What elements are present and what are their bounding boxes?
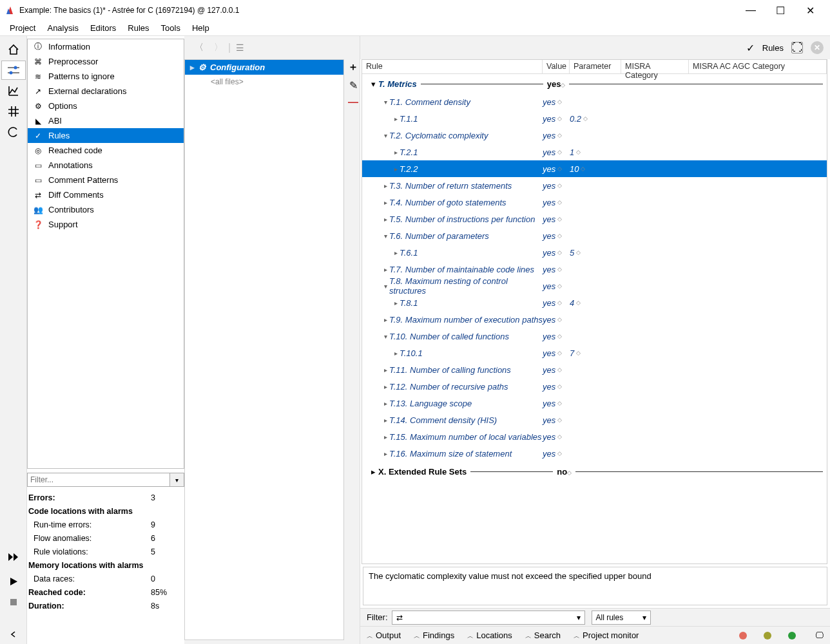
minimize-button[interactable]: ― — [736, 0, 766, 21]
col-misra-ac[interactable]: MISRA AC AGC Category — [689, 60, 827, 73]
back-icon[interactable]: 〈 — [189, 42, 209, 53]
stat-rte-label: Run-time errors: — [28, 520, 151, 529]
remove-icon[interactable]: ― — [348, 97, 358, 108]
nav-external-declarations[interactable]: ↗External declarations — [28, 84, 184, 99]
nav-comment-patterns[interactable]: ▭Comment Patterns — [28, 173, 184, 187]
rule-row[interactable]: ▸T.1.1yes◇0.2◇ — [362, 110, 827, 127]
rule-row[interactable]: ▸T.3. Number of return statementsyes◇ — [362, 177, 827, 194]
play-icon[interactable] — [1, 572, 26, 591]
nav-icon: ◎ — [33, 146, 43, 155]
stat-rc-label: Reached code: — [28, 588, 151, 597]
edit-icon[interactable]: ✎ — [349, 79, 358, 91]
menubar: ProjectAnalysisEditorsRulesToolsHelp — [0, 21, 830, 36]
nav-abi[interactable]: ◣ABI — [28, 113, 184, 128]
rule-detail: The cyclomatic complexity value must not… — [363, 567, 827, 605]
nav-contributors[interactable]: 👥Contributors — [28, 202, 184, 217]
rule-row[interactable]: ▸T.12. Number of recursive pathsyes◇ — [362, 378, 827, 395]
main-column: ✓ Rules ⛶ ✕ Rule Value Parameter MISRA C… — [360, 36, 830, 644]
fullscreen-icon[interactable]: ⛶ — [791, 42, 803, 53]
maximize-button[interactable]: ☐ — [766, 0, 795, 21]
rule-row[interactable]: ▾T.2. Cyclomatic complexityyes◇ — [362, 127, 827, 144]
svg-point-3 — [14, 66, 17, 70]
nav-preprocessor[interactable]: ⌘Preprocessor — [28, 54, 184, 69]
nav-icon: ❓ — [33, 220, 43, 229]
window-title: Example: The basics (1)* - Astrée for C … — [19, 6, 736, 15]
config-files[interactable]: <all files> — [185, 75, 343, 89]
config-header[interactable]: ▸ ⚙ Configuration — [185, 60, 343, 75]
svg-marker-6 — [8, 553, 13, 561]
rule-row[interactable]: ▸T.8.1yes◇4◇ — [362, 294, 827, 311]
monitor-icon[interactable]: 🖵 — [815, 630, 824, 640]
col-rule[interactable]: Rule — [362, 60, 543, 73]
nav-icon: ⚙ — [33, 102, 43, 111]
col-parameter[interactable]: Parameter — [570, 60, 621, 73]
panel-findings[interactable]: ︿Findings — [414, 630, 454, 641]
app-logo-icon — [5, 5, 15, 15]
menu-project[interactable]: Project — [4, 22, 41, 34]
chart-icon[interactable] — [1, 81, 26, 100]
nav-support[interactable]: ❓Support — [28, 217, 184, 232]
rule-row[interactable]: ▸T.2.1yes◇1◇ — [362, 144, 827, 160]
menu-rules[interactable]: Rules — [122, 22, 155, 34]
sliders-icon[interactable] — [1, 61, 26, 80]
add-icon[interactable]: ＋ — [348, 61, 358, 74]
rule-row[interactable]: ▸T.6.1yes◇5◇ — [362, 244, 827, 261]
menu-analysis[interactable]: Analysis — [41, 22, 84, 34]
nav-patterns-to-ignore[interactable]: ≋Patterns to ignore — [28, 69, 184, 84]
panel-output[interactable]: ︿Output — [367, 630, 401, 641]
rule-row[interactable]: ▸T.14. Comment density (HIS)yes◇ — [362, 412, 827, 428]
nav-reached-code[interactable]: ◎Reached code — [28, 143, 184, 158]
nav-filter-input[interactable] — [27, 473, 170, 487]
home-icon[interactable] — [1, 40, 26, 59]
rule-row[interactable]: ▸T.5. Number of instructions per functio… — [362, 211, 827, 227]
close-panel-button[interactable]: ✕ — [811, 41, 824, 54]
grid-icon[interactable] — [1, 102, 26, 121]
rule-row[interactable]: ▸T.2.2yes◇10◇ — [362, 160, 827, 177]
nav-rules[interactable]: ✓Rules — [28, 128, 184, 143]
rule-row[interactable]: ▾T.8. Maximum nesting of control structu… — [362, 278, 827, 294]
indent-icon[interactable]: ☰ — [231, 43, 249, 53]
nav-options[interactable]: ⚙Options — [28, 99, 184, 113]
config-sidetools: ＋ ✎ ― — [347, 59, 360, 644]
rule-row[interactable]: ▾T.10. Number of called functionsyes◇ — [362, 328, 827, 345]
menu-editors[interactable]: Editors — [84, 22, 122, 34]
rule-row[interactable]: ▸T.11. Number of calling functionsyes◇ — [362, 361, 827, 378]
rule-row[interactable]: ▸T.7. Number of maintainable code linesy… — [362, 261, 827, 278]
col-misra[interactable]: MISRA Category — [621, 60, 689, 73]
config-title: Configuration — [210, 62, 265, 72]
nav-information[interactable]: ⓘInformation — [28, 39, 184, 54]
stat-rc: 85% — [151, 588, 183, 597]
forward-icon[interactable]: 〉 — [209, 42, 228, 53]
stat-memloc-hdr: Memory locations with alarms — [28, 558, 183, 572]
fast-forward-icon[interactable] — [1, 547, 26, 567]
nav-icon: ▭ — [33, 161, 43, 170]
nav-filter-dropdown[interactable]: ▾ — [170, 473, 184, 487]
col-value[interactable]: Value — [543, 60, 570, 73]
close-window-button[interactable]: ✕ — [795, 0, 825, 21]
status-dot-yellow — [764, 632, 771, 639]
rule-row[interactable]: ▸T.4. Number of goto statementsyes◇ — [362, 194, 827, 211]
rule-row[interactable]: ▾T.6. Number of parametersyes◇ — [362, 227, 827, 244]
panel-locations[interactable]: ︿Locations — [467, 630, 512, 641]
bottom-panels: ︿Output ︿Findings ︿Locations ︿Search ︿Pr… — [360, 626, 830, 644]
rule-row[interactable]: ▸T.16. Maximum size of statementyes◇ — [362, 445, 827, 462]
rule-row[interactable]: ▸T.9. Maximum number of execution pathsy… — [362, 311, 827, 328]
stop-icon[interactable] — [1, 592, 26, 612]
filter-combo[interactable]: ⇄▾ — [392, 611, 585, 625]
panel-search[interactable]: ︿Search — [525, 630, 561, 641]
nav-annotations[interactable]: ▭Annotations — [28, 158, 184, 173]
rule-row[interactable]: ▸T.13. Language scopeyes◇ — [362, 395, 827, 412]
allrules-combo[interactable]: All rules▾ — [592, 611, 651, 625]
panel-pm[interactable]: ︿Project monitor — [574, 630, 639, 641]
category-metrics[interactable]: ▾ T. Metrics yes◇ — [362, 74, 827, 93]
menu-help[interactable]: Help — [186, 22, 215, 34]
category-extended[interactable]: ▸ X. Extended Rule Sets no◇ — [362, 462, 827, 481]
collapse-icon[interactable] — [1, 625, 26, 644]
menu-tools[interactable]: Tools — [155, 22, 186, 34]
rule-row[interactable]: ▸T.15. Maximum number of local variables… — [362, 428, 827, 445]
nav-diff-comments[interactable]: ⇄Diff Comments — [28, 187, 184, 202]
c-icon[interactable] — [1, 122, 26, 142]
rule-row[interactable]: ▾T.1. Comment densityyes◇ — [362, 93, 827, 110]
stat-dur-label: Duration: — [28, 601, 151, 611]
rule-row[interactable]: ▸T.10.1yes◇7◇ — [362, 345, 827, 361]
